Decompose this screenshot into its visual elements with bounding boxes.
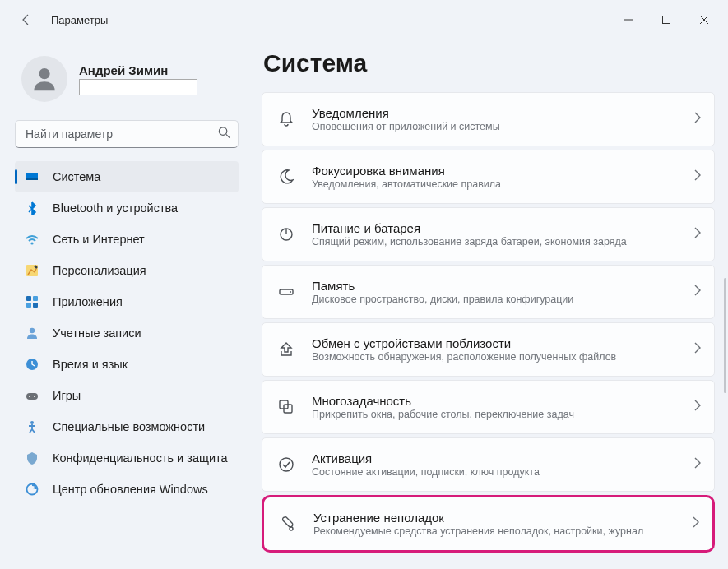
svg-point-19 (34, 396, 35, 397)
app-title: Параметры (51, 14, 108, 26)
gaming-icon (25, 388, 39, 403)
personalization-icon (25, 263, 39, 278)
sidebar-item-label: Время и язык (53, 358, 128, 371)
svg-point-18 (29, 396, 30, 397)
card-description: Спящий режим, использование заряда батар… (312, 236, 678, 247)
svg-rect-1 (663, 16, 670, 24)
sidebar-item-bluetooth[interactable]: Bluetooth и устройства (15, 192, 239, 224)
card-description: Уведомления, автоматические правила (312, 178, 678, 190)
sidebar-item-label: Специальные возможности (53, 420, 205, 433)
chevron-right-icon (694, 227, 701, 242)
sidebar-item-label: Центр обновления Windows (53, 483, 208, 496)
sidebar-item-label: Учетные записи (53, 326, 141, 340)
svg-rect-13 (26, 303, 31, 308)
settings-card-power[interactable]: Питание и батареяСпящий режим, использов… (262, 207, 715, 261)
accessibility-icon (25, 419, 39, 434)
card-title: Фокусировка внимания (312, 164, 678, 178)
maximize-button[interactable] (647, 7, 685, 33)
svg-point-20 (30, 421, 34, 424)
share-icon (277, 340, 295, 359)
sidebar-item-personalization[interactable]: Персонализация (15, 255, 239, 286)
minimize-button[interactable] (610, 7, 647, 33)
svg-rect-14 (33, 303, 38, 308)
user-email-placeholder (79, 79, 197, 95)
sidebar-item-apps[interactable]: Приложения (15, 286, 239, 317)
card-title: Питание и батарея (312, 221, 678, 235)
chevron-right-icon (694, 400, 701, 414)
sidebar-item-accounts[interactable]: Учетные записи (15, 317, 239, 349)
card-title: Обмен с устройствами поблизости (312, 336, 678, 350)
settings-card-share[interactable]: Обмен с устройствами поблизостиВозможнос… (262, 322, 715, 377)
bluetooth-icon (25, 201, 39, 215)
update-icon (25, 482, 39, 497)
sidebar-item-privacy[interactable]: Конфиденциальность и защита (15, 442, 239, 474)
card-title: Многозадачность (312, 394, 678, 408)
avatar (21, 56, 67, 102)
sidebar-item-update[interactable]: Центр обновления Windows (15, 474, 239, 505)
sidebar-item-label: Bluetooth и устройства (53, 201, 178, 215)
svg-point-4 (39, 68, 49, 79)
svg-point-28 (280, 458, 293, 471)
settings-card-storage[interactable]: ПамятьДисковое пространство, диски, прав… (262, 265, 715, 319)
activation-icon (277, 456, 295, 474)
user-name: Андрей Зимин (79, 63, 197, 77)
scrollbar-thumb[interactable] (724, 278, 726, 393)
chevron-right-icon (693, 516, 699, 531)
sidebar-item-label: Персонализация (53, 264, 146, 277)
sidebar: Андрей Зимин СистемаBluetooth и устройст… (0, 39, 248, 569)
card-description: Возможность обнаружения, расположение по… (312, 351, 678, 363)
settings-card-moon[interactable]: Фокусировка вниманияУведомления, автомат… (262, 150, 715, 204)
titlebar: Параметры (0, 0, 728, 39)
sidebar-item-time[interactable]: Время и язык (15, 349, 239, 380)
time-icon (25, 357, 39, 372)
chevron-right-icon (694, 169, 701, 184)
svg-point-9 (30, 242, 33, 244)
settings-card-troubleshoot[interactable]: Устранение неполадокРекомендуемые средст… (262, 495, 715, 553)
close-button[interactable] (685, 7, 723, 33)
chevron-right-icon (694, 284, 701, 299)
back-button[interactable] (18, 12, 35, 28)
network-icon (25, 232, 39, 247)
page-title: Система (263, 49, 715, 77)
card-description: Прикрепить окна, рабочие столы, переключ… (312, 409, 678, 420)
settings-card-activation[interactable]: АктивацияСостояние активации, подписки, … (262, 437, 715, 492)
chevron-right-icon (694, 457, 701, 472)
chevron-right-icon (694, 342, 701, 357)
svg-rect-12 (33, 296, 38, 301)
card-description: Рекомендуемые средства устранения непола… (313, 525, 676, 537)
settings-card-multitask[interactable]: МногозадачностьПрикрепить окна, рабочие … (262, 380, 715, 434)
svg-rect-11 (26, 296, 31, 301)
apps-icon (25, 294, 39, 309)
card-title: Устранение неполадок (313, 511, 676, 525)
sidebar-item-label: Система (53, 170, 100, 183)
chevron-right-icon (694, 112, 701, 127)
sidebar-item-system[interactable]: Система (15, 161, 239, 192)
sidebar-item-gaming[interactable]: Игры (15, 380, 239, 411)
sidebar-item-label: Конфиденциальность и защита (53, 451, 228, 465)
card-title: Уведомления (312, 106, 678, 120)
card-description: Дисковое пространство, диски, правила ко… (312, 294, 678, 305)
sidebar-item-network[interactable]: Сеть и Интернет (15, 224, 239, 255)
moon-icon (277, 168, 295, 186)
accounts-icon (25, 326, 39, 340)
sidebar-item-label: Сеть и Интернет (53, 233, 145, 246)
storage-icon (277, 283, 295, 301)
svg-rect-17 (26, 393, 38, 400)
search-icon (218, 127, 230, 142)
settings-card-bell[interactable]: УведомленияОповещения от приложений и си… (262, 92, 715, 146)
sidebar-item-label: Приложения (53, 295, 123, 308)
sidebar-item-accessibility[interactable]: Специальные возможности (15, 411, 239, 442)
svg-point-25 (290, 291, 291, 293)
svg-point-15 (30, 328, 35, 333)
power-icon (277, 225, 295, 243)
user-profile[interactable]: Андрей Зимин (15, 46, 239, 117)
sidebar-item-label: Игры (53, 389, 81, 402)
card-title: Память (312, 279, 678, 293)
card-title: Активация (312, 451, 678, 465)
multitask-icon (277, 398, 295, 416)
card-description: Оповещения от приложений и системы (312, 121, 678, 132)
troubleshoot-icon (279, 515, 297, 533)
privacy-icon (25, 451, 39, 465)
search-input[interactable] (15, 120, 239, 148)
bell-icon (277, 110, 295, 128)
